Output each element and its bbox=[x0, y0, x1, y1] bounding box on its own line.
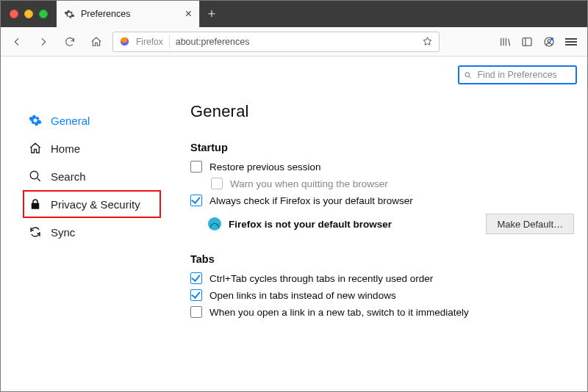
url-text: about:preferences bbox=[176, 37, 250, 47]
navigation-toolbar: Firefox about:preferences bbox=[1, 27, 587, 57]
button-label: Make Default… bbox=[497, 219, 563, 230]
sidebar-toggle-icon[interactable] bbox=[521, 36, 533, 48]
sad-face-icon bbox=[208, 217, 221, 231]
default-browser-status-row: Firefox is not your default browser Make… bbox=[208, 214, 574, 234]
checkbox[interactable] bbox=[190, 306, 202, 318]
forward-button[interactable] bbox=[33, 32, 54, 52]
section-title-startup: Startup bbox=[190, 142, 574, 153]
sidebar-item-label: Home bbox=[51, 142, 80, 155]
gear-icon bbox=[64, 9, 75, 20]
make-default-button[interactable]: Make Default… bbox=[486, 214, 574, 234]
checkbox bbox=[211, 178, 223, 189]
svg-point-4 bbox=[551, 37, 553, 40]
checkbox-row-switch-immediately[interactable]: When you open a link in a new tab, switc… bbox=[190, 306, 574, 318]
svg-point-3 bbox=[548, 39, 551, 42]
preferences-main: General Startup Restore previous session… bbox=[161, 57, 587, 391]
titlebar: Preferences × + bbox=[1, 1, 587, 27]
checkbox-label: Warn you when quitting the browser bbox=[230, 178, 388, 189]
browser-window: Preferences × + Firefox about:preference… bbox=[0, 0, 588, 392]
menu-button[interactable] bbox=[565, 37, 577, 47]
back-button[interactable] bbox=[7, 32, 27, 52]
sidebar-item-label: Sync bbox=[51, 226, 75, 239]
sidebar-item-general[interactable]: General bbox=[23, 106, 161, 134]
checkbox-label: Always check if Firefox is your default … bbox=[209, 195, 413, 206]
checkbox-row-ctrl-tab[interactable]: Ctrl+Tab cycles through tabs in recently… bbox=[190, 272, 574, 284]
sync-icon bbox=[29, 225, 42, 239]
checkbox[interactable] bbox=[190, 195, 202, 206]
checkbox-row-default-browser-check[interactable]: Always check if Firefox is your default … bbox=[190, 195, 574, 206]
checkbox-row-warn-on-quit: Warn you when quitting the browser bbox=[190, 178, 574, 189]
checkbox-label: Ctrl+Tab cycles through tabs in recently… bbox=[209, 273, 433, 284]
sidebar-item-privacy-security[interactable]: Privacy & Security bbox=[23, 190, 161, 218]
svg-rect-1 bbox=[523, 37, 531, 46]
page-title: General bbox=[190, 102, 574, 121]
sidebar-item-label: Search bbox=[51, 170, 86, 183]
preferences-content: General Home Search Privacy & Security S… bbox=[1, 57, 587, 391]
window-controls bbox=[1, 1, 57, 27]
sidebar-item-search[interactable]: Search bbox=[23, 162, 161, 190]
lock-icon bbox=[29, 197, 42, 211]
search-icon bbox=[29, 170, 42, 183]
checkbox[interactable] bbox=[190, 272, 202, 284]
sidebar-item-label: General bbox=[51, 115, 90, 127]
gear-icon bbox=[29, 114, 42, 127]
new-tab-button[interactable]: + bbox=[200, 1, 223, 27]
checkbox-label: When you open a link in a new tab, switc… bbox=[209, 307, 469, 318]
sidebar-item-home[interactable]: Home bbox=[23, 134, 161, 162]
library-icon[interactable] bbox=[499, 36, 511, 48]
zoom-window-button[interactable] bbox=[39, 10, 48, 18]
checkbox-label: Restore previous session bbox=[209, 161, 321, 173]
svg-point-6 bbox=[30, 171, 38, 179]
section-title-tabs: Tabs bbox=[190, 253, 574, 265]
reload-button[interactable] bbox=[60, 32, 80, 52]
checkbox[interactable] bbox=[190, 289, 202, 301]
checkbox-row-open-in-tabs[interactable]: Open links in tabs instead of new window… bbox=[190, 289, 574, 301]
minimize-window-button[interactable] bbox=[24, 10, 33, 18]
firefox-icon bbox=[119, 36, 130, 47]
status-text: Firefox is not your default browser bbox=[229, 219, 392, 230]
home-icon bbox=[29, 142, 42, 155]
address-bar[interactable]: Firefox about:preferences bbox=[112, 32, 440, 52]
checkbox[interactable] bbox=[190, 161, 202, 173]
checkbox-row-restore-session[interactable]: Restore previous session bbox=[190, 161, 574, 173]
close-window-button[interactable] bbox=[10, 10, 18, 18]
toolbar-right bbox=[499, 36, 581, 48]
checkbox-label: Open links in tabs instead of new window… bbox=[209, 290, 396, 301]
home-button-toolbar[interactable] bbox=[86, 32, 107, 52]
tab-label: Preferences bbox=[81, 9, 130, 19]
sidebar-item-sync[interactable]: Sync bbox=[23, 218, 161, 246]
identity-label: Firefox bbox=[136, 37, 163, 47]
preferences-sidebar: General Home Search Privacy & Security S… bbox=[1, 57, 161, 391]
account-icon[interactable] bbox=[543, 36, 555, 48]
bookmark-star-icon[interactable] bbox=[422, 36, 433, 47]
separator bbox=[169, 35, 170, 48]
tab-preferences[interactable]: Preferences × bbox=[57, 1, 200, 27]
sidebar-item-label: Privacy & Security bbox=[51, 198, 140, 211]
close-tab-icon[interactable]: × bbox=[185, 8, 192, 20]
